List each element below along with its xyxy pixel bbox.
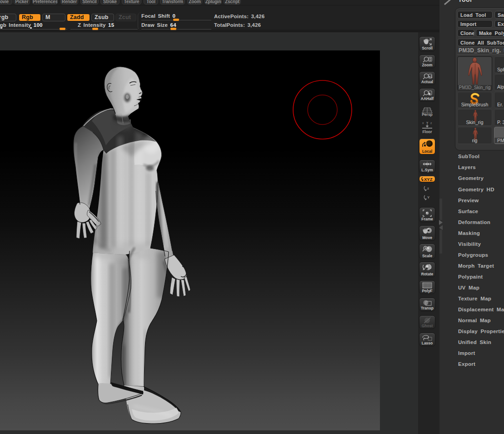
svg-text:z: z [430, 121, 432, 125]
svg-text:Y: Y [426, 121, 429, 125]
svg-text:XYZ: XYZ [424, 177, 433, 182]
svg-text:x1: x1 [429, 75, 433, 78]
svg-text:x: x [422, 121, 424, 125]
svg-text:Y: Y [427, 195, 430, 200]
svg-text:z: z [427, 186, 429, 190]
